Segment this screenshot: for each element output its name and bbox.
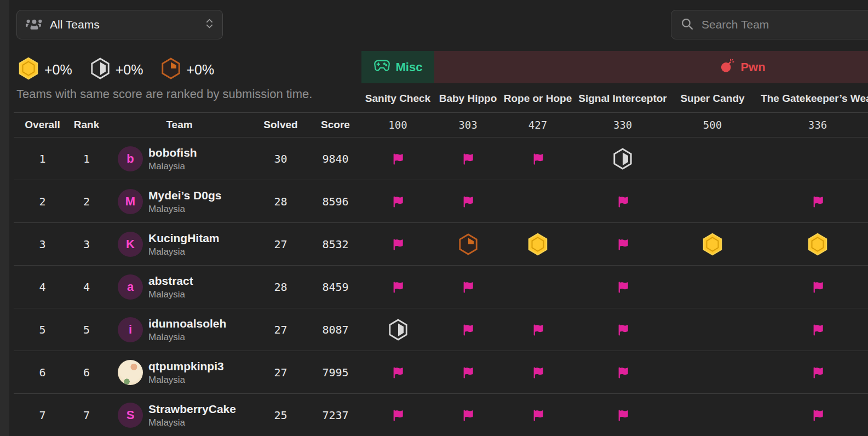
empty-solve-cell xyxy=(502,266,574,308)
team-cell[interactable]: a abstract Malaysia xyxy=(107,266,252,308)
avatar-image xyxy=(118,360,143,385)
team-cell[interactable]: b bobofish Malaysia xyxy=(107,137,252,180)
avatar: M xyxy=(118,189,143,214)
avatar: i xyxy=(118,317,143,342)
rank-cell: 5 xyxy=(66,308,107,351)
solved-flag-icon xyxy=(574,394,671,436)
rank-cell: 6 xyxy=(66,351,107,394)
challenge-name: Signal Interceptor xyxy=(574,90,671,107)
table-header: Overall Rank Team Solved Score 100303427… xyxy=(0,112,868,137)
score-cell: 9840 xyxy=(309,137,361,180)
rank-cell: 4 xyxy=(66,266,107,308)
solved-flag-icon xyxy=(502,351,574,394)
solved-flag-icon xyxy=(434,266,502,308)
table-row[interactable]: 3 3 K KucingHitam Malaysia 27 8532 xyxy=(0,223,868,266)
challenge-names-row: Sanity CheckBaby HippoRope or HopeSignal… xyxy=(0,90,868,107)
solved-cell: 28 xyxy=(252,180,309,223)
category-misc-label: Misc xyxy=(396,60,423,74)
bronze-badge-icon xyxy=(434,223,502,266)
challenge-name: Baby Hippo xyxy=(434,90,502,107)
team-name: StrawberryCake xyxy=(148,403,236,416)
table-row[interactable]: 1 1 b bobofish Malaysia 30 9840 xyxy=(0,137,868,180)
challenge-name: Rope or Hope xyxy=(502,90,574,107)
solved-flag-icon xyxy=(574,223,671,266)
empty-solve-cell xyxy=(671,266,754,308)
solved-cell: 28 xyxy=(252,266,309,308)
bomb-icon xyxy=(720,58,735,76)
category-pwn-label: Pwn xyxy=(740,60,765,74)
rank-cell: 3 xyxy=(66,223,107,266)
table-row[interactable]: 2 2 M Mydei’s D0gs Malaysia 28 8596 xyxy=(0,180,868,223)
solved-flag-icon xyxy=(754,180,868,223)
solved-cell: 27 xyxy=(252,223,309,266)
table-row[interactable]: 5 5 i idunnoalsoleh Malaysia 27 8087 xyxy=(0,308,868,351)
solved-flag-icon xyxy=(434,180,502,223)
solved-flag-icon xyxy=(574,308,671,351)
challenge-points: 427 xyxy=(502,112,574,137)
table-row[interactable]: 6 6 qtpumpkinpi3 Malaysia 27 7995 xyxy=(0,351,868,394)
team-country: Malaysia xyxy=(148,161,197,172)
team-cell[interactable]: qtpumpkinpi3 Malaysia xyxy=(107,351,252,394)
empty-solve-cell xyxy=(671,308,754,351)
solved-flag-icon xyxy=(574,351,671,394)
overall-cell: 3 xyxy=(0,223,66,266)
rank-cell: 1 xyxy=(66,137,107,180)
overall-cell: 5 xyxy=(0,308,66,351)
search-box[interactable] xyxy=(671,10,868,39)
team-name: qtpumpkinpi3 xyxy=(148,360,224,373)
challenge-points: 330 xyxy=(574,112,671,137)
solved-flag-icon xyxy=(361,394,434,436)
table-row[interactable]: 7 7 S StrawberryCake Malaysia 25 7237 xyxy=(0,394,868,436)
scoreboard-page: All Teams +0%+0%+0% Teams with same scor… xyxy=(0,0,868,436)
team-country: Malaysia xyxy=(148,332,226,343)
team-country: Malaysia xyxy=(148,417,236,428)
empty-solve-cell xyxy=(671,394,754,436)
rank-cell: 7 xyxy=(66,394,107,436)
overall-cell: 7 xyxy=(0,394,66,436)
solved-flag-icon xyxy=(574,180,671,223)
solved-flag-icon xyxy=(434,308,502,351)
team-cell[interactable]: K KucingHitam Malaysia xyxy=(107,223,252,266)
solved-flag-icon xyxy=(361,351,434,394)
team-name: bobofish xyxy=(148,146,197,159)
overall-cell: 4 xyxy=(0,266,66,308)
table-row[interactable]: 4 4 a abstract Malaysia 28 8459 xyxy=(0,266,868,308)
gold-badge-icon xyxy=(502,223,574,266)
category-misc: Misc xyxy=(361,51,434,83)
team-cell[interactable]: i idunnoalsoleh Malaysia xyxy=(107,308,252,351)
solved-flag-icon xyxy=(361,180,434,223)
solved-cell: 27 xyxy=(252,308,309,351)
empty-solve-cell xyxy=(502,180,574,223)
team-cell[interactable]: M Mydei’s D0gs Malaysia xyxy=(107,180,252,223)
team-cell[interactable]: S StrawberryCake Malaysia xyxy=(107,394,252,436)
header-team: Team xyxy=(107,112,252,137)
silver-badge-icon xyxy=(361,308,434,351)
challenge-points: 303 xyxy=(434,112,502,137)
score-cell: 8532 xyxy=(309,223,361,266)
challenge-name: Super Candy xyxy=(671,90,754,107)
avatar: S xyxy=(118,403,143,428)
solved-flag-icon xyxy=(754,266,868,308)
solved-flag-icon xyxy=(502,137,574,180)
overall-cell: 6 xyxy=(0,351,66,394)
team-country: Malaysia xyxy=(148,246,220,257)
empty-solve-cell xyxy=(671,137,754,180)
team-filter-label: All Teams xyxy=(50,18,198,31)
score-cell: 8596 xyxy=(309,180,361,223)
score-cell: 7995 xyxy=(309,351,361,394)
solved-flag-icon xyxy=(434,394,502,436)
search-input[interactable] xyxy=(700,18,865,32)
avatar: K xyxy=(118,232,143,257)
challenge-name: The Gatekeeper’s Weal xyxy=(754,90,868,107)
empty-solve-cell xyxy=(671,351,754,394)
gold-badge-icon xyxy=(754,223,868,266)
team-filter-dropdown[interactable]: All Teams xyxy=(16,10,223,39)
table-body: 1 1 b bobofish Malaysia 30 9840 2 2 M My… xyxy=(0,137,868,436)
header-overall: Overall xyxy=(0,112,66,137)
empty-solve-cell xyxy=(671,180,754,223)
challenge-points: 336 xyxy=(754,112,868,137)
challenge-points: 100 xyxy=(361,112,434,137)
header-solved: Solved xyxy=(252,112,309,137)
team-name: idunnoalsoleh xyxy=(148,317,226,330)
solved-flag-icon xyxy=(434,137,502,180)
